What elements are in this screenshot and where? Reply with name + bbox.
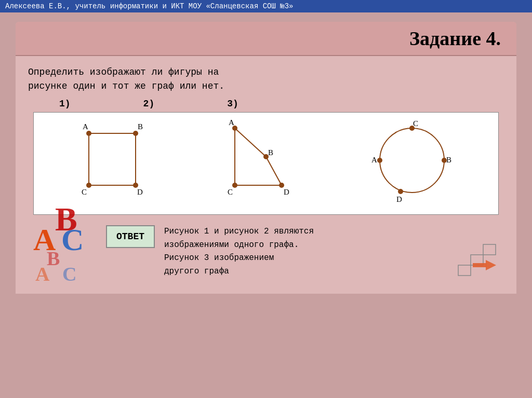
svg-text:A: A <box>371 156 377 164</box>
svg-point-19 <box>279 183 284 188</box>
svg-point-5 <box>133 131 138 136</box>
svg-point-24 <box>380 128 444 193</box>
answer-text-box: Рисунок 1 и рисунок 2 являются изображен… <box>160 223 318 280</box>
diagram-1: A B C D <box>73 118 156 206</box>
svg-text:A: A <box>229 118 234 127</box>
answer-line3: Рисунок 3 изображением <box>164 253 274 263</box>
answer-line1: Рисунок 1 и рисунок 2 являются <box>164 227 314 236</box>
svg-marker-36 <box>486 260 496 270</box>
diagrams-container: A B C D A <box>33 112 499 215</box>
title-box: Задание 4. <box>16 22 516 56</box>
number-1: 1) <box>59 99 71 109</box>
question-line1: Определить изображают ли фигуры на <box>28 67 219 77</box>
svg-text:B: B <box>446 156 451 164</box>
question-line2: рисунке один и тот же граф или нет. <box>28 81 224 91</box>
svg-text:B: B <box>138 122 143 131</box>
svg-point-27 <box>398 189 403 194</box>
svg-point-7 <box>133 183 138 188</box>
question-box: Определить изображают ли фигуры на рисун… <box>16 56 516 294</box>
stair-decoration <box>452 239 499 283</box>
svg-point-6 <box>86 183 91 188</box>
svg-point-18 <box>232 183 237 188</box>
svg-text:C: C <box>228 188 233 196</box>
answer-line4: другого графа <box>164 267 229 276</box>
bottom-section: B A C B A C ОТВЕТ Рисунок 1 и рисунок 2 … <box>28 220 504 289</box>
svg-text:D: D <box>284 188 289 196</box>
svg-rect-35 <box>458 265 471 276</box>
svg-line-13 <box>266 157 282 185</box>
svg-text:D: D <box>137 188 143 196</box>
answer-button[interactable]: ОТВЕТ <box>106 225 155 248</box>
svg-text:A: A <box>83 122 88 131</box>
numbers-row: 1) 2) 3) <box>28 99 504 109</box>
svg-point-28 <box>377 158 382 163</box>
diagram-3: C B D A <box>365 118 459 206</box>
number-2: 2) <box>143 99 155 109</box>
svg-point-4 <box>86 131 91 136</box>
answer-line2: изображениями одного графа. <box>164 240 299 250</box>
svg-text:C: C <box>82 188 87 196</box>
deco-letter-C2: C <box>62 263 76 285</box>
deco-letter-A2: A <box>35 263 49 285</box>
header-bar: Алексеева Е.В., учитель информатики и ИК… <box>0 0 532 12</box>
svg-rect-37 <box>473 263 486 267</box>
page-title: Задание 4. <box>409 28 501 49</box>
header-text: Алексеева Е.В., учитель информатики и ИК… <box>5 2 294 10</box>
deco-letter-C1: C <box>61 222 84 258</box>
question-text: Определить изображают ли фигуры на рисун… <box>28 65 504 93</box>
main-content: Задание 4. Определить изображают ли фигу… <box>16 22 516 294</box>
svg-text:C: C <box>413 119 418 128</box>
svg-line-12 <box>235 128 266 157</box>
svg-text:D: D <box>396 195 402 203</box>
number-3: 3) <box>227 99 238 109</box>
svg-text:B: B <box>268 148 273 157</box>
abc-decoration: B A C B A C <box>33 205 96 289</box>
diagram-2: A B C D <box>224 118 297 206</box>
svg-rect-33 <box>483 244 496 255</box>
